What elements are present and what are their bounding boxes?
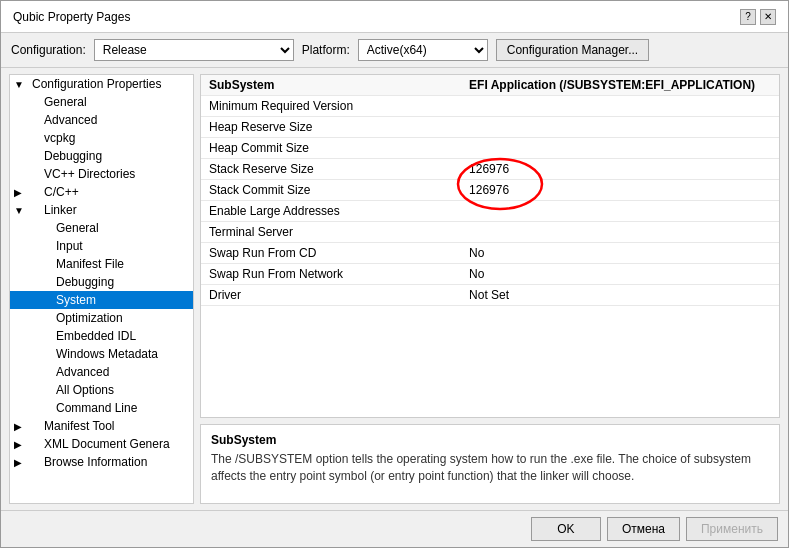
row-min-version: Minimum Required Version [201, 96, 779, 117]
label-stack-reserve: Stack Reserve Size [201, 159, 461, 180]
cancel-button[interactable]: Отмена [607, 517, 680, 541]
title-bar-buttons: ? ✕ [740, 9, 776, 25]
value-heap-commit [461, 138, 779, 159]
value-heap-reserve [461, 117, 779, 138]
main-content: ▼ Configuration Properties General Advan… [1, 68, 788, 510]
arrow-cpp: ▶ [14, 187, 26, 198]
description-text: The /SUBSYSTEM option tells the operatin… [211, 451, 769, 485]
label-windows-metadata: Windows Metadata [56, 347, 158, 361]
label-heap-reserve: Heap Reserve Size [201, 117, 461, 138]
sidebar-item-linker-debugging[interactable]: Debugging [10, 273, 193, 291]
row-subsystem: SubSystem EFI Application (/SUBSYSTEM:EF… [201, 75, 779, 96]
sidebar-item-config-props[interactable]: ▼ Configuration Properties [10, 75, 193, 93]
sidebar-item-input[interactable]: Input [10, 237, 193, 255]
row-swap-run-network: Swap Run From Network No [201, 264, 779, 285]
label-linker-advanced: Advanced [56, 365, 109, 379]
help-button[interactable]: ? [740, 9, 756, 25]
label-cpp: C/C++ [44, 185, 79, 199]
label-xml-doc: XML Document Genera [44, 437, 170, 451]
value-terminal-server [461, 222, 779, 243]
sidebar-item-xml-doc[interactable]: ▶ XML Document Genera [10, 435, 193, 453]
row-enable-large: Enable Large Addresses [201, 201, 779, 222]
right-panel: SubSystem EFI Application (/SUBSYSTEM:EF… [200, 74, 780, 504]
label-vc-dirs: VC++ Directories [44, 167, 135, 181]
row-heap-commit: Heap Commit Size [201, 138, 779, 159]
value-stack-commit: 126976 [461, 180, 779, 201]
label-linker-general: General [56, 221, 99, 235]
label-swap-run-cd: Swap Run From CD [201, 243, 461, 264]
window-title: Qubic Property Pages [13, 10, 130, 24]
label-optimization: Optimization [56, 311, 123, 325]
row-stack-reserve: Stack Reserve Size 126976 [201, 159, 779, 180]
sidebar-item-windows-metadata[interactable]: Windows Metadata [10, 345, 193, 363]
label-embedded-idl: Embedded IDL [56, 329, 136, 343]
annotated-values: 126976 [469, 183, 509, 197]
label-driver: Driver [201, 285, 461, 306]
arrow-browse-info: ▶ [14, 457, 26, 468]
label-heap-commit: Heap Commit Size [201, 138, 461, 159]
label-terminal-server: Terminal Server [201, 222, 461, 243]
stack-reserve-value: 126976 [469, 162, 509, 176]
sidebar-item-manifest-file[interactable]: Manifest File [10, 255, 193, 273]
title-bar: Qubic Property Pages ? ✕ [1, 1, 788, 33]
label-linker-debugging: Debugging [56, 275, 114, 289]
value-stack-reserve: 126976 [461, 159, 779, 180]
arrow-config-props: ▼ [14, 79, 26, 90]
value-enable-large [461, 201, 779, 222]
sidebar-item-embedded-idl[interactable]: Embedded IDL [10, 327, 193, 345]
row-stack-commit: Stack Commit Size 126976 [201, 180, 779, 201]
description-title: SubSystem [211, 433, 769, 447]
row-terminal-server: Terminal Server [201, 222, 779, 243]
platform-select[interactable]: Active(x64) [358, 39, 488, 61]
arrow-manifest-tool: ▶ [14, 421, 26, 432]
platform-label: Platform: [302, 43, 350, 57]
label-advanced: Advanced [44, 113, 97, 127]
arrow-xml-doc: ▶ [14, 439, 26, 450]
config-manager-button[interactable]: Configuration Manager... [496, 39, 649, 61]
config-select[interactable]: Release [94, 39, 294, 61]
properties-grid: SubSystem EFI Application (/SUBSYSTEM:EF… [201, 75, 779, 306]
label-manifest-tool: Manifest Tool [44, 419, 114, 433]
label-swap-run-network: Swap Run From Network [201, 264, 461, 285]
label-general: General [44, 95, 87, 109]
stack-reserve-container: 126976 [469, 162, 509, 176]
tree-panel: ▼ Configuration Properties General Advan… [9, 74, 194, 504]
sidebar-item-debugging[interactable]: Debugging [10, 147, 193, 165]
label-enable-large: Enable Large Addresses [201, 201, 461, 222]
sidebar-item-vc-dirs[interactable]: VC++ Directories [10, 165, 193, 183]
label-all-options: All Options [56, 383, 114, 397]
sidebar-item-general[interactable]: General [10, 93, 193, 111]
dialog-window: Qubic Property Pages ? ✕ Configuration: … [0, 0, 789, 548]
sidebar-item-optimization[interactable]: Optimization [10, 309, 193, 327]
label-input: Input [56, 239, 83, 253]
label-config-props: Configuration Properties [32, 77, 161, 91]
sidebar-item-all-options[interactable]: All Options [10, 381, 193, 399]
sidebar-item-command-line[interactable]: Command Line [10, 399, 193, 417]
label-min-version: Minimum Required Version [201, 96, 461, 117]
label-debugging: Debugging [44, 149, 102, 163]
label-manifest-file: Manifest File [56, 257, 124, 271]
sidebar-item-linker[interactable]: ▼ Linker [10, 201, 193, 219]
label-system: System [56, 293, 96, 307]
sidebar-item-manifest-tool[interactable]: ▶ Manifest Tool [10, 417, 193, 435]
sidebar-item-browse-info[interactable]: ▶ Browse Information [10, 453, 193, 471]
sidebar-item-linker-general[interactable]: General [10, 219, 193, 237]
value-driver: Not Set [461, 285, 779, 306]
sidebar-item-vcpkg[interactable]: vcpkg [10, 129, 193, 147]
ok-button[interactable]: OK [531, 517, 601, 541]
config-label: Configuration: [11, 43, 86, 57]
sidebar-item-system[interactable]: System [10, 291, 193, 309]
sidebar-item-advanced[interactable]: Advanced [10, 111, 193, 129]
properties-table: SubSystem EFI Application (/SUBSYSTEM:EF… [200, 74, 780, 418]
label-subsystem: SubSystem [201, 75, 461, 96]
value-subsystem: EFI Application (/SUBSYSTEM:EFI_APPLICAT… [461, 75, 779, 96]
apply-button[interactable]: Применить [686, 517, 778, 541]
close-button[interactable]: ✕ [760, 9, 776, 25]
toolbar: Configuration: Release Platform: Active(… [1, 33, 788, 68]
row-driver: Driver Not Set [201, 285, 779, 306]
arrow-linker: ▼ [14, 205, 26, 216]
sidebar-item-cpp[interactable]: ▶ C/C++ [10, 183, 193, 201]
description-panel: SubSystem The /SUBSYSTEM option tells th… [200, 424, 780, 504]
sidebar-item-linker-advanced[interactable]: Advanced [10, 363, 193, 381]
row-heap-reserve: Heap Reserve Size [201, 117, 779, 138]
